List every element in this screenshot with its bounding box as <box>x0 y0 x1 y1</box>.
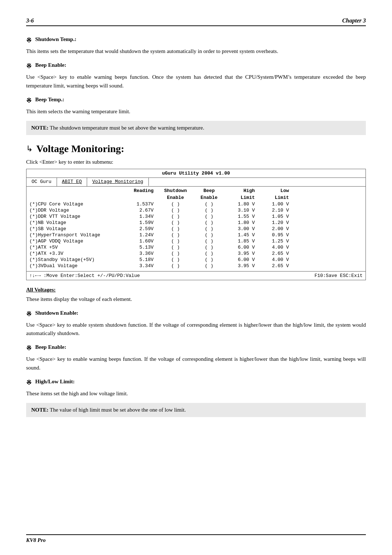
row-beep: ( ) <box>195 226 224 232</box>
row-low: 0.95 V <box>256 232 289 238</box>
bios-tab-oc-guru[interactable]: OC Guru <box>26 178 57 186</box>
row-high: 3.10 V <box>224 208 256 213</box>
col-subheader-beep: Enable <box>195 195 224 200</box>
bios-footer-right: F10:Save ESC:Exit <box>314 273 363 278</box>
col-header-name <box>29 188 124 193</box>
high-low-limit-heading: High/Low Limit: <box>35 379 75 385</box>
row-name: (*)NB Voltage <box>29 220 124 225</box>
top-bar: 3-6 Chapter 3 <box>26 17 366 26</box>
bios-footer-left: ↑↓←→ :Move Enter:Select +/-/PU/PD:Value <box>29 273 140 278</box>
row-beep: ( ) <box>195 238 224 244</box>
voltage-monitoring-title-row: ↳ Voltage Monitoring: <box>26 143 366 155</box>
row-shutdown: ( ) <box>156 208 195 213</box>
voltage-monitoring-heading: Voltage Monitoring: <box>36 143 124 155</box>
bios-data-row: (*)3VDual Voltage3.34V( )( )3.95 V2.65 V <box>29 263 363 269</box>
bios-data-row: (*)ATX +5V5.13V( )( )6.00 V4.00 V <box>29 244 363 250</box>
row-name: (*)DDR VTT Voltage <box>29 214 124 219</box>
all-voltages-heading: All Voltages: <box>26 287 366 293</box>
bios-tab-abit-eq[interactable]: ABIT EQ <box>57 178 87 186</box>
col-header-shutdown: Shutdown <box>156 188 195 193</box>
row-beep: ( ) <box>195 201 224 207</box>
beep-temp-heading: Beep Temp.: <box>35 97 64 103</box>
col-subheader-low: Limit <box>256 195 289 200</box>
note-box-1: NOTE: The shutdown temperature must be s… <box>26 121 366 135</box>
row-shutdown: ( ) <box>156 226 195 232</box>
row-low: 2.65 V <box>256 263 289 269</box>
row-shutdown: ( ) <box>156 257 195 262</box>
row-reading: 2.67V <box>124 208 156 213</box>
bios-data-row: (*)AGP VDDQ Voltage1.60V( )( )1.85 V1.25… <box>29 238 363 244</box>
row-low: 1.05 V <box>256 214 289 219</box>
bios-tabs: OC Guru ABIT EQ Voltage Monitoring <box>26 178 366 187</box>
row-shutdown: ( ) <box>156 220 195 225</box>
bottom-bar: KV8 Pro <box>26 534 366 543</box>
row-shutdown: ( ) <box>156 245 195 250</box>
row-name: (*)ATX +3.3V <box>29 251 124 256</box>
row-beep: ( ) <box>195 232 224 238</box>
bios-data-row: (*)DDR VTT Voltage1.34V( )( )1.55 V1.05 … <box>29 213 363 220</box>
row-name: (*)ATX +5V <box>29 245 124 250</box>
row-low: 1.00 V <box>256 201 289 207</box>
beep-enable2-body: Use <Space> key to enable warning beeps … <box>26 355 366 372</box>
row-high: 1.55 V <box>224 214 256 219</box>
shutdown-temp-section: ※ Shutdown Temp.: <box>26 36 366 44</box>
row-high: 1.45 V <box>224 232 256 238</box>
shutdown-temp-body: This items sets the temperature that wou… <box>26 47 366 56</box>
note-label-1: NOTE: <box>31 125 49 131</box>
page-number: 3-6 <box>26 17 34 24</box>
bios-tab-voltage[interactable]: Voltage Monitoring <box>87 178 148 186</box>
shutdown-temp-heading: Shutdown Temp.: <box>35 36 76 42</box>
bios-rows: (*)CPU Core Voltage1.537V( )( )1.80 V1.0… <box>29 201 363 269</box>
bios-data-row: (*)DDR Voltage2.67V( )( )3.10 V2.10 V <box>29 207 363 213</box>
row-reading: 1.34V <box>124 214 156 219</box>
row-reading: 1.537V <box>124 201 156 207</box>
row-shutdown: ( ) <box>156 214 195 219</box>
beep-temp-section: ※ Beep Temp.: <box>26 97 366 105</box>
col-subheader-high: Limit <box>224 195 256 200</box>
row-beep: ( ) <box>195 251 224 256</box>
row-high: 3.95 V <box>224 251 256 256</box>
row-low: 2.00 V <box>256 226 289 232</box>
asterisk-icon5: ※ <box>26 344 32 352</box>
row-high: 6.00 V <box>224 245 256 250</box>
shutdown-enable-section: ※ Shutdown Enable: <box>26 310 366 318</box>
note-label-2: NOTE: <box>31 407 49 413</box>
bios-data-row: (*)NB Voltage1.59V( )( )1.80 V1.20 V <box>29 220 363 226</box>
col-header-beep: Beep <box>195 188 224 193</box>
bios-data-row: (*)SB Voltage2.59V( )( )3.00 V2.00 V <box>29 226 363 232</box>
row-name: (*)HyperTransport Voltage <box>29 232 124 238</box>
row-name: (*)SB Voltage <box>29 226 124 232</box>
row-name: (*)AGP VDDQ Voltage <box>29 238 124 244</box>
page: 3-6 Chapter 3 ※ Shutdown Temp.: This ite… <box>0 0 392 555</box>
chapter-label: Chapter 3 <box>342 17 366 24</box>
all-voltages-body: These items display the voltage of each … <box>26 295 366 303</box>
row-beep: ( ) <box>195 245 224 250</box>
asterisk-icon: ※ <box>26 36 32 44</box>
row-low: 4.00 V <box>256 245 289 250</box>
row-name: (*)Standby Voltage(+5V) <box>29 257 124 262</box>
asterisk-icon4: ※ <box>26 310 32 318</box>
beep-enable2-heading: Beep Enable: <box>35 344 66 350</box>
bios-data-row: (*)ATX +3.3V3.36V( )( )3.95 V2.65 V <box>29 250 363 257</box>
col-header-low: Low <box>256 188 289 193</box>
row-reading: 5.13V <box>124 245 156 250</box>
row-low: 1.20 V <box>256 220 289 225</box>
row-shutdown: ( ) <box>156 201 195 207</box>
bios-title: uGuru Utility 2004 v1.00 <box>26 169 366 178</box>
high-low-limit-body: These items set the high and low voltage… <box>26 389 366 398</box>
shutdown-enable-body: Use <Space> key to enable system shutdow… <box>26 321 366 338</box>
row-reading: 1.60V <box>124 238 156 244</box>
bios-table: uGuru Utility 2004 v1.00 OC Guru ABIT EQ… <box>26 169 366 280</box>
beep-enable2-section: ※ Beep Enable: <box>26 344 366 352</box>
col-subheader-name <box>29 195 124 200</box>
row-shutdown: ( ) <box>156 263 195 269</box>
row-low: 2.65 V <box>256 251 289 256</box>
row-high: 1.80 V <box>224 220 256 225</box>
col-header-high: High <box>224 188 256 193</box>
beep-temp-body: This item selects the warning temperatur… <box>26 107 366 116</box>
row-high: 1.80 V <box>224 201 256 207</box>
beep-enable-section: ※ Beep Enable: <box>26 62 366 70</box>
row-high: 1.85 V <box>224 238 256 244</box>
asterisk-icon6: ※ <box>26 379 32 387</box>
row-reading: 1.24V <box>124 232 156 238</box>
